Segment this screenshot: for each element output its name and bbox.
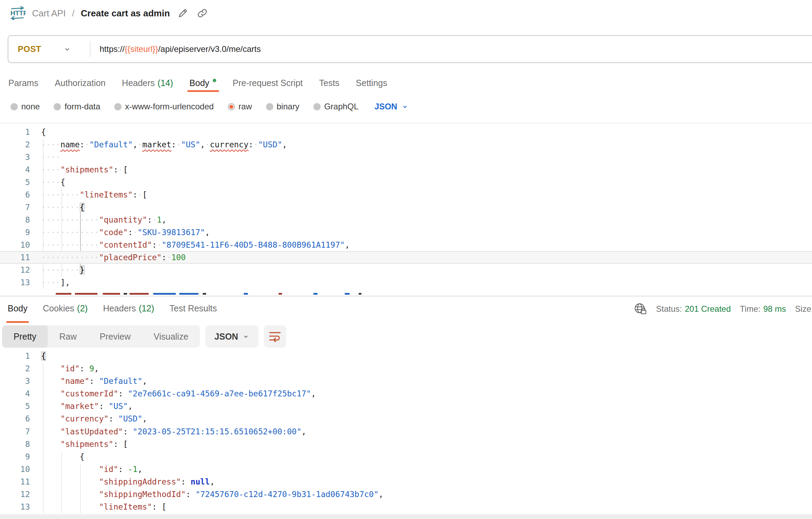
code-text: "id": 9, xyxy=(41,364,99,373)
line-number: 1 xyxy=(0,126,30,138)
radio-icon xyxy=(313,103,321,110)
url-variable: {{siteurl}} xyxy=(125,44,158,54)
code-line: 9 { xyxy=(0,450,812,463)
radio-icon xyxy=(114,103,122,110)
view-preview[interactable]: Preview xyxy=(88,325,142,348)
line-number: 1 xyxy=(0,350,30,362)
response-section-divider xyxy=(0,296,812,296)
globe-lock-icon[interactable] xyxy=(634,302,647,316)
line-number: 3 xyxy=(0,151,30,163)
code-line: 10············"contentId":·"8709E541-11F… xyxy=(0,239,812,251)
edit-request-name-button[interactable] xyxy=(176,7,189,20)
code-text: ········"lineItems":·[ xyxy=(41,190,147,199)
time-value[interactable]: 98 ms xyxy=(763,304,786,314)
line-number: 13 xyxy=(0,276,30,289)
line-number: 10 xyxy=(0,463,30,475)
code-text: ············"quantity":·1, xyxy=(41,215,166,224)
tab-tests[interactable]: Tests xyxy=(319,74,339,92)
response-body-viewer[interactable]: 1{2 "id": 9,3 "name": "Default",4 "custo… xyxy=(0,350,812,513)
code-line: 8 "shipments": [ xyxy=(0,438,812,450)
code-text: "id": -1, xyxy=(41,465,142,474)
breadcrumb-collection[interactable]: Cart API xyxy=(32,8,66,19)
request-tabs: Params Authorization Headers(14) Body Pr… xyxy=(8,74,404,92)
line-number: 8 xyxy=(0,438,30,450)
line-number: 12 xyxy=(0,488,30,501)
body-type-graphql[interactable]: GraphQL xyxy=(313,102,359,111)
breadcrumb: HTTP Cart API / Create cart as admin xyxy=(9,4,209,22)
view-raw[interactable]: Raw xyxy=(48,325,88,348)
chevron-down-icon xyxy=(242,333,249,340)
code-line: 4····"shipments":·[ xyxy=(0,163,812,176)
response-tab-cookies[interactable]: Cookies(2) xyxy=(43,300,88,316)
code-line: 9············"code":·"SKU-39813617", xyxy=(0,226,812,239)
code-text: ············"contentId":·"8709E541-11F6-… xyxy=(41,240,350,249)
time-label: Time: xyxy=(740,304,760,314)
size-label: Size: xyxy=(795,304,812,314)
response-tab-test-results[interactable]: Test Results xyxy=(170,300,217,316)
wrap-text-icon xyxy=(269,331,281,342)
line-number: 2 xyxy=(0,138,30,151)
request-name: Create cart as admin xyxy=(81,8,170,19)
method-dropdown[interactable]: POST xyxy=(8,44,90,54)
radio-selected-icon xyxy=(228,103,235,110)
response-tab-headers[interactable]: Headers(12) xyxy=(103,300,154,316)
code-text: ····name:·"Default",·market:·"US",·curre… xyxy=(41,140,287,149)
code-line: 1{ xyxy=(0,350,812,362)
code-line: 12 "shippingMethodId": "72457670-c12d-42… xyxy=(0,488,812,501)
body-type-raw[interactable]: raw xyxy=(228,102,252,111)
svg-text:HTTP: HTTP xyxy=(10,9,26,17)
radio-icon xyxy=(266,103,273,110)
postman-request-view: HTTP Cart API / Create cart as admin xyxy=(0,0,812,519)
view-pretty[interactable]: Pretty xyxy=(2,325,48,348)
code-text: ········} xyxy=(41,265,85,274)
line-number: 5 xyxy=(0,400,30,412)
url-scheme: https:// xyxy=(100,44,125,54)
response-status-bar: Status: 201 Created Time: 98 ms Size: 1 xyxy=(634,301,812,317)
view-visualize[interactable]: Visualize xyxy=(142,325,200,348)
response-tabs: Body Cookies(2) Headers(12) Test Results xyxy=(8,300,232,323)
copy-link-button[interactable] xyxy=(196,7,209,20)
response-view-controls: Pretty Raw Preview Visualize JSON xyxy=(2,325,286,348)
line-number: 4 xyxy=(0,387,30,400)
tab-params[interactable]: Params xyxy=(8,74,38,92)
code-line: 7 "lastUpdated": "2023-05-25T21:15:15.65… xyxy=(0,425,812,438)
breadcrumb-separator: / xyxy=(72,8,75,19)
http-method-icon: HTTP xyxy=(9,6,26,21)
code-text: { xyxy=(41,452,85,461)
code-text: "lastUpdated": "2023-05-25T21:15:15.6510… xyxy=(41,427,306,436)
body-type-x-www-form-urlencoded[interactable]: x-www-form-urlencoded xyxy=(114,102,214,111)
line-number: 13 xyxy=(0,501,30,513)
code-text: ············"code":·"SKU-39813617", xyxy=(41,228,210,237)
tab-authorization[interactable]: Authorization xyxy=(55,74,106,92)
tab-headers[interactable]: Headers(14) xyxy=(122,74,173,92)
code-line: 13 "lineItems": [ xyxy=(0,501,812,513)
tab-pre-request-script[interactable]: Pre-request Script xyxy=(233,74,303,92)
code-text: ····{ xyxy=(41,178,65,187)
body-language-dropdown[interactable]: JSON xyxy=(375,102,408,111)
code-text: "currency": "USD", xyxy=(41,414,147,423)
tab-body[interactable]: Body xyxy=(189,74,216,92)
method-label: POST xyxy=(18,44,41,54)
code-text: "shipments": [ xyxy=(41,440,128,449)
code-text: { xyxy=(41,351,46,361)
url-input[interactable]: https://{{siteurl}}/api/episerver/v3.0/m… xyxy=(91,44,261,54)
code-text: "market": "US", xyxy=(41,402,133,411)
response-tab-body[interactable]: Body xyxy=(8,300,28,316)
body-type-binary[interactable]: binary xyxy=(266,102,299,111)
line-number: 11 xyxy=(0,251,30,264)
wrap-lines-button[interactable] xyxy=(264,325,286,348)
response-scrollbar-track[interactable] xyxy=(0,514,812,519)
code-text: "shippingMethodId": "72457670-c12d-4270-… xyxy=(41,490,383,499)
tab-settings[interactable]: Settings xyxy=(356,74,387,92)
response-language-dropdown[interactable]: JSON xyxy=(205,325,258,348)
radio-icon xyxy=(10,103,18,110)
body-type-none[interactable]: none xyxy=(10,102,40,111)
code-line: 3···· xyxy=(0,151,812,163)
body-type-form-data[interactable]: form-data xyxy=(54,102,100,111)
chevron-down-icon xyxy=(63,45,71,53)
request-body-editor[interactable]: 1{2····name:·"Default",·market:·"US",·cu… xyxy=(0,123,812,292)
status-value[interactable]: 201 Created xyxy=(685,304,731,314)
code-text: ···· xyxy=(41,153,60,162)
line-number: 4 xyxy=(0,163,30,176)
code-line: 7········{ xyxy=(0,201,812,214)
